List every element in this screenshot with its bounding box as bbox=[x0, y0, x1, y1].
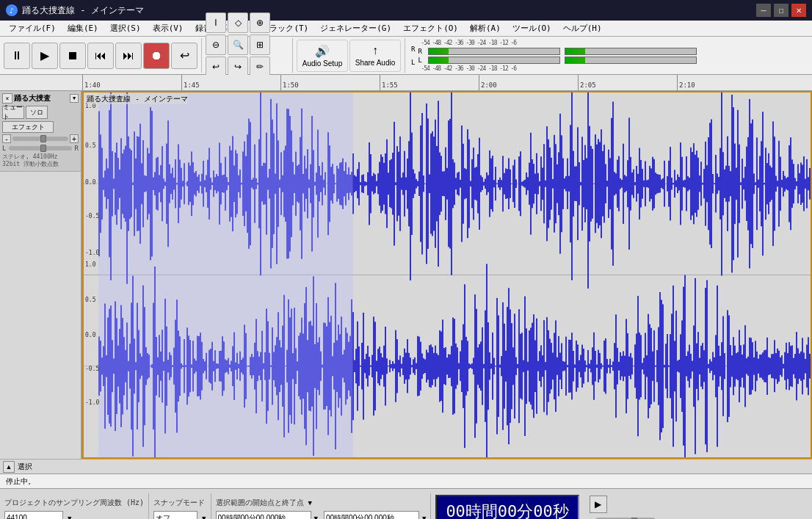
vu-bar-r bbox=[565, 48, 697, 55]
zoom-sel-tool[interactable]: ⊞ bbox=[250, 35, 270, 55]
ruler-mark: 1:50 bbox=[280, 75, 380, 90]
playback-controls: ▶ ─ + bbox=[590, 496, 662, 520]
snap-dropdown-icon[interactable]: ▼ bbox=[202, 515, 206, 520]
record-button[interactable]: ⏺ bbox=[143, 43, 170, 69]
menu-view[interactable]: 表示(V) bbox=[147, 21, 189, 35]
sampling-input[interactable] bbox=[4, 511, 63, 520]
range-input-row: ▼ ▼ bbox=[216, 511, 427, 520]
vu-bar-bottom bbox=[428, 57, 560, 64]
gain-plus-button[interactable]: + bbox=[70, 134, 79, 143]
prev-button[interactable]: ⏮ bbox=[87, 43, 114, 69]
mute-button[interactable]: ミュート bbox=[2, 106, 24, 119]
snap-input[interactable] bbox=[153, 511, 197, 520]
minimize-button[interactable]: ─ bbox=[756, 4, 771, 17]
track-info: ステレオ, 44100Hz 32bit 浮動小数点数 bbox=[2, 153, 79, 169]
app-icon: ♪ bbox=[6, 4, 18, 16]
track-header: × 踊る大捜査 ▼ ミュート ソロ エフェクト - + L bbox=[0, 91, 81, 172]
envelope-tool[interactable]: ◇ bbox=[228, 12, 248, 33]
pan-r-label: R bbox=[75, 145, 79, 152]
time-start-dropdown[interactable]: ▼ bbox=[314, 515, 318, 520]
select-label: 選択 bbox=[18, 462, 32, 472]
vu-bar-r-row bbox=[565, 48, 697, 55]
scale-0-5-bot: 0.5 bbox=[85, 297, 95, 303]
vu-meter-group: R L -54 -48 -42 -36 -30 -24 -18 -12 -6 R… bbox=[408, 40, 700, 72]
scale-m0-5-top: -0.5 bbox=[85, 213, 99, 219]
gain-slider[interactable] bbox=[12, 137, 68, 141]
ruler-mark: 2:10 bbox=[677, 75, 776, 90]
play-button[interactable]: ▶ bbox=[32, 43, 58, 69]
loop-button[interactable]: ↩ bbox=[171, 43, 197, 69]
title-bar: ♪ 踊る大捜査線 - メインテーマ ─ □ ✕ bbox=[0, 0, 812, 21]
share-audio-button[interactable]: ↑ Share Audio bbox=[349, 40, 401, 72]
menu-file[interactable]: ファイル(F) bbox=[3, 21, 62, 35]
time-start-input[interactable] bbox=[216, 511, 311, 520]
menu-select[interactable]: 選択(S) bbox=[104, 21, 147, 35]
transport-group: ⏸ ▶ ⏹ ⏮ ⏭ ⏺ ↩ bbox=[3, 38, 202, 73]
waveform-track: 踊る大捜査線 - メインテーマ 1.0 0.5 0.0 -0.5 -1.0 1.… bbox=[82, 91, 812, 459]
menu-analyze[interactable]: 解析(A) bbox=[464, 21, 507, 35]
track-close-button[interactable]: × bbox=[2, 93, 12, 104]
snap-label: スナップモード bbox=[153, 498, 205, 508]
scale-0-0-top: 0.0 bbox=[85, 179, 95, 186]
scale-0-5-top: 0.5 bbox=[85, 142, 95, 149]
vu-bar-top bbox=[428, 48, 560, 55]
zoom-out-tool[interactable]: ⊖ bbox=[206, 35, 226, 55]
vu-l-label: L bbox=[411, 59, 415, 66]
undo-tool[interactable]: ↩ bbox=[206, 57, 226, 77]
waveform-area[interactable]: 踊る大捜査線 - メインテーマ 1.0 0.5 0.0 -0.5 -1.0 1.… bbox=[82, 91, 812, 459]
menu-help[interactable]: ヘルプ(H) bbox=[557, 21, 608, 35]
time-end-input[interactable] bbox=[324, 511, 419, 520]
tools-group: I ◇ ⊕ ⊖ 🔍 ⊞ ↩ ↪ ✏ ✱ ◫ ◧ bbox=[205, 38, 293, 73]
track-dropdown-button[interactable]: ▼ bbox=[70, 94, 79, 103]
window-title: 踊る大捜査線 - メインテーマ bbox=[22, 4, 756, 17]
divider-3 bbox=[430, 493, 431, 520]
range-dropdown-icon[interactable]: ▼ bbox=[308, 499, 312, 507]
track-info-line2: 32bit 浮動小数点数 bbox=[2, 161, 79, 168]
track-panel: × 踊る大捜査 ▼ ミュート ソロ エフェクト - + L bbox=[0, 91, 82, 459]
menu-effects[interactable]: エフェクト(O) bbox=[397, 21, 464, 35]
ruler-content: 1:401:451:501:552:002:052:10 bbox=[82, 75, 776, 90]
pan-l-label: L bbox=[2, 145, 6, 152]
vu-r-indicator: R bbox=[418, 48, 427, 55]
vu-bar-bottom-row: L bbox=[418, 57, 560, 64]
sampling-label: プロジェクトのサンプリング周波数 (Hz) bbox=[4, 498, 144, 508]
ruler-mark: 1:40 bbox=[82, 75, 181, 90]
audio-setup-button[interactable]: 🔊 Audio Setup bbox=[297, 40, 348, 72]
fit-tool[interactable]: 🔍 bbox=[228, 35, 248, 55]
gain-row: - + bbox=[2, 134, 79, 143]
menu-edit[interactable]: 編集(E) bbox=[62, 21, 104, 35]
divider-1 bbox=[148, 493, 149, 520]
track-info-line1: ステレオ, 44100Hz bbox=[2, 153, 79, 161]
pan-row: L R bbox=[2, 145, 79, 152]
pan-slider[interactable] bbox=[9, 146, 71, 150]
gain-minus-button[interactable]: - bbox=[2, 134, 11, 143]
bottom-play-button[interactable]: ▶ bbox=[590, 496, 607, 513]
next-button[interactable]: ⏭ bbox=[115, 43, 142, 69]
vu-scale-bottom: -54 -48 -42 -36 -30 -24 -18 -12 -6 bbox=[421, 65, 560, 72]
status-bar: 停止中。 bbox=[0, 473, 812, 488]
redo-tool[interactable]: ↪ bbox=[228, 57, 248, 77]
menu-generator[interactable]: ジェネレーター(G) bbox=[314, 21, 397, 35]
zoom-in-tool[interactable]: ⊕ bbox=[250, 12, 270, 33]
maximize-button[interactable]: □ bbox=[774, 4, 789, 17]
vu-bar-l-row bbox=[565, 57, 697, 64]
stop-button[interactable]: ⏹ bbox=[59, 43, 86, 69]
effects-button[interactable]: エフェクト bbox=[2, 121, 54, 133]
sampling-dropdown-icon[interactable]: ▼ bbox=[68, 515, 71, 520]
divider-2 bbox=[211, 493, 211, 520]
scale-m0-5-bot: -0.5 bbox=[85, 366, 99, 372]
range-label: 選択範囲の開始点と終了点 bbox=[216, 498, 304, 508]
menu-tools[interactable]: ツール(O) bbox=[507, 21, 557, 35]
vu-r-label: R bbox=[411, 46, 415, 53]
pencil-tool[interactable]: ✏ bbox=[250, 57, 270, 77]
pause-button[interactable]: ⏸ bbox=[4, 43, 30, 69]
select-tool[interactable]: I bbox=[206, 12, 226, 33]
range-label-row: 選択範囲の開始点と終了点 ▼ bbox=[216, 498, 427, 508]
vu-l-indicator: L bbox=[418, 57, 427, 64]
close-button[interactable]: ✕ bbox=[791, 4, 806, 17]
solo-button[interactable]: ソロ bbox=[26, 106, 48, 119]
select-expand-button[interactable]: ▲ bbox=[3, 461, 15, 473]
range-section: 選択範囲の開始点と終了点 ▼ ▼ ▼ bbox=[216, 498, 427, 520]
vu-scale-top: -54 -48 -42 -36 -30 -24 -18 -12 -6 bbox=[421, 40, 560, 46]
time-end-dropdown[interactable]: ▼ bbox=[422, 515, 426, 520]
